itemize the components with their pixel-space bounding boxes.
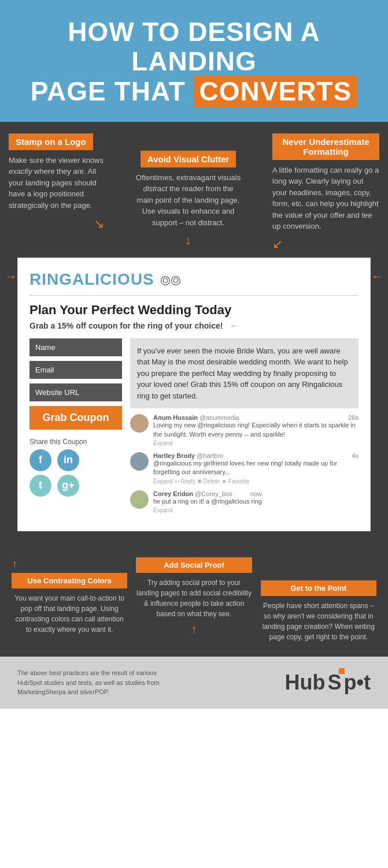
hubspot-S-wrapper: S [327,670,341,695]
facebook-icon[interactable]: f [29,449,51,471]
landing-mock: RINGALICIOUS ⌾⌾ Plan Your Perfect Weddin… [17,258,371,531]
title-line2: PAGE THAT [31,76,186,106]
mock-wrapper: → ← RINGALICIOUS ⌾⌾ Plan Your Perfect We… [0,258,388,531]
tweet-handle-3: @Corey_bos [195,490,232,497]
arrow-avoid: ↓ [135,233,242,248]
body-text: If you've ever seen the movie Bride Wars… [130,338,359,409]
tweet-body-3: he put a ring on it! a @ringalicious rin… [153,497,262,506]
tip-get-point: Get to the Point People have short atten… [261,557,376,642]
tweet-name-1: Anum Hussain [153,414,198,421]
form-social-row: Name Email Website URL Grab Coupon Share… [29,338,359,519]
brand-name: RINGALICIOUS [29,270,154,289]
avoid-clutter-text: Oftentimes, extravagant visuals distract… [135,172,242,229]
tweet-avatar-3 [130,490,149,509]
arrow-stamp: ↘ [9,217,104,232]
linkedin-icon[interactable]: in [57,449,79,471]
share-section: Share this Coupon f in t g+ [29,438,122,497]
arrow-right-mock: ← [371,269,383,284]
tweet-3: Corey Eridon @Corey_bos now he put a rin… [130,490,359,513]
get-point-label: Get to the Point [261,580,376,596]
header: HOW TO DESIGN A LANDING PAGE THAT CONVER… [0,0,388,122]
footer-disclaimer: The above best practices are the result … [17,668,168,697]
wedding-headline: Plan Your Perfect Wedding Today [29,303,359,318]
never-format-text: A little formatting can really go a long… [272,165,379,232]
wedding-sub-text: Grab a 15% off coupon for the ring of yo… [29,321,223,330]
googleplus-icon[interactable]: g+ [57,475,79,497]
avoid-clutter-label: Avoid Visual Clutter [141,151,237,167]
top-tips-row: Stamp on a Logo Make sure the viewer kno… [0,122,388,258]
social-icons: f in t g+ [29,449,82,497]
never-format-label: Never Underestimate Formatting [272,133,379,160]
wedding-sub: Grab a 15% off coupon for the ring of yo… [29,321,359,330]
grab-coupon-button[interactable]: Grab Coupon [29,406,122,430]
share-label: Share this Coupon [29,438,122,446]
tweet-header-3: Corey Eridon @Corey_bos now [153,490,262,497]
tip-never-format: Never Underestimate Formatting A little … [272,133,379,252]
brand-row: RINGALICIOUS ⌾⌾ [29,270,359,289]
tips-section-top: Stamp on a Logo Make sure the viewer kno… [0,122,388,657]
tweet-name-3: Corey Eridon [153,490,193,497]
tweet-handle-1: @anummedia [199,414,239,421]
tweets-area: Anum Hussain @anummedia 26s Loving my ne… [130,414,359,513]
tweet-2: Hartley Brody @hartbro 4s @ringalicious … [130,452,359,485]
hubspot-dot [339,668,345,674]
tweet-content-3: Corey Eridon @Corey_bos now he put a rin… [153,490,262,513]
hubspot-pot: p•t [343,670,371,695]
tweet-content-2: Hartley Brody @hartbro 4s @ringalicious … [153,452,359,485]
tweet-time-2: 4s [352,452,359,459]
form-url-field[interactable]: Website URL [29,383,122,401]
tweet-header-2: Hartley Brody @hartbro 4s [153,452,359,459]
arrow-social-up: ↑ [136,623,252,636]
footer: The above best practices are the result … [0,657,388,709]
brand-divider [29,295,359,296]
tweet-time-1: 26s [348,414,359,421]
add-social-text: Try adding social proof to your landing … [136,578,252,619]
arrow-left-mock: → [5,269,17,284]
hubspot-text: Hub [284,670,325,695]
tweet-actions-3[interactable]: Expand [153,507,262,513]
header-title: HOW TO DESIGN A LANDING PAGE THAT CONVER… [23,17,365,107]
add-social-label: Add Social Proof [136,557,252,573]
stamp-logo-text: Make sure the viewer knows exactly where… [9,155,104,211]
rings-icon: ⌾⌾ [160,270,181,289]
social-col: If you've ever seen the movie Bride Wars… [130,338,359,519]
use-contrast-label: Use Contrasting Colors [12,573,127,588]
tweet-actions-1[interactable]: Expand [153,440,359,446]
tweet-content-1: Anum Hussain @anummedia 26s Loving my ne… [153,414,359,446]
tweet-time-3: now [250,490,262,497]
use-contrast-text: You want your main call-to-action to pop… [12,593,127,635]
tweet-body-1: Loving my new @ringalicious ring! Especi… [153,421,359,439]
hubspot-s: S [327,670,341,694]
tweet-header-1: Anum Hussain @anummedia 26s [153,414,359,421]
title-line1: HOW TO DESIGN A LANDING [68,17,320,76]
twitter-icon[interactable]: t [29,475,51,497]
tips-section-bottom: ↑ Use Contrasting Colors You want your m… [0,543,388,657]
arrow-contrast: ↑ [12,557,127,571]
hubspot-logo: Hub S p•t [284,670,371,695]
tweet-body-2: @ringalicious my girlfriend loves her ne… [153,459,359,477]
title-converts: CONVERTS [194,76,358,107]
tip-stamp-logo: Stamp on a Logo Make sure the viewer kno… [9,133,104,252]
form-name-field[interactable]: Name [29,338,122,356]
tip-use-contrast: ↑ Use Contrasting Colors You want your m… [12,557,127,635]
tweet-1: Anum Hussain @anummedia 26s Loving my ne… [130,414,359,446]
tip-add-social: Add Social Proof Try adding social proof… [136,557,252,636]
tweet-avatar-2 [130,452,149,471]
arrow-sub: ← [230,321,238,330]
tip-avoid-clutter: Avoid Visual Clutter Oftentimes, extrava… [135,133,242,252]
form-email-field[interactable]: Email [29,361,122,379]
form-col: Name Email Website URL Grab Coupon Share… [29,338,122,519]
tweet-avatar-1 [130,414,149,433]
stamp-logo-label: Stamp on a Logo [9,133,93,150]
tweet-name-2: Hartley Brody [153,452,195,459]
arrow-format: ↙ [272,237,379,252]
bottom-grid: ↑ Use Contrasting Colors You want your m… [12,557,376,642]
tweet-actions-2[interactable]: Expand ↩ Reply ✖ Delete ★ Favorite [153,478,359,485]
tweet-handle-2: @hartbro [197,452,223,459]
get-point-text: People have short attention spans – so w… [261,601,376,642]
